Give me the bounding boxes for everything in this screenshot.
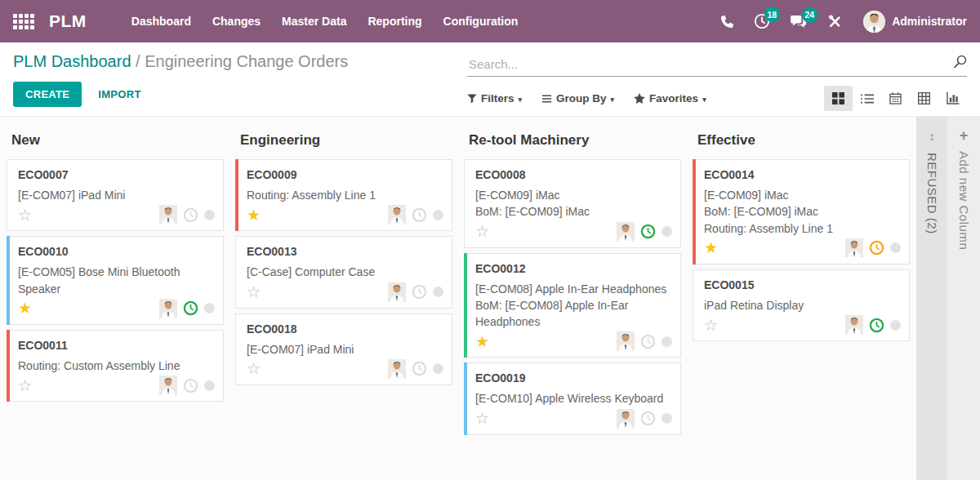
card-footer: ☆ [247, 359, 443, 379]
star-filled-icon[interactable]: ★ [704, 240, 718, 256]
activity-clock-icon[interactable] [183, 207, 198, 223]
column-title[interactable]: Engineering [240, 132, 448, 149]
kanban-state-dot[interactable] [204, 380, 215, 391]
messages-icon[interactable]: 24 [791, 14, 808, 29]
breadcrumb-parent[interactable]: PLM Dashboard [13, 52, 131, 70]
card-description-line: [E-COM07] iPad Mini [18, 187, 215, 203]
apps-menu-icon[interactable] [13, 14, 34, 29]
kanban-card-eco0019[interactable]: ECO0019[E-COM10] Apple Wireless Keyboard… [464, 362, 681, 434]
assignee-avatar[interactable] [388, 359, 406, 379]
menu-master-data[interactable]: Master Data [271, 0, 357, 42]
app-title[interactable]: PLM [49, 11, 87, 31]
assignee-avatar[interactable] [617, 331, 635, 351]
star-empty-icon[interactable]: ☆ [18, 207, 32, 223]
assignee-avatar[interactable] [159, 205, 177, 224]
star-filled-icon[interactable]: ★ [475, 334, 489, 349]
kanban-state-dot[interactable] [433, 210, 443, 220]
star-empty-icon[interactable]: ☆ [247, 361, 261, 376]
search-icon[interactable] [953, 55, 967, 72]
activity-clock-icon[interactable] [869, 318, 884, 333]
collapsed-column-refused[interactable]: ↕ REFUSED (2) [916, 117, 947, 480]
graph-view-button[interactable] [938, 86, 967, 111]
assignee-avatar[interactable] [845, 315, 863, 335]
column-title[interactable]: New [11, 132, 219, 149]
assignee-avatar[interactable] [159, 299, 177, 318]
kanban-card-eco0013[interactable]: ECO0013[C-Case] Computer Case☆ [235, 236, 452, 308]
assignee-avatar[interactable] [388, 205, 406, 224]
star-empty-icon[interactable]: ☆ [475, 224, 489, 239]
search-input[interactable] [467, 54, 967, 76]
card-description-line: iPad Retina Display [704, 297, 901, 313]
assignee-avatar[interactable] [159, 376, 177, 395]
activities-badge: 18 [764, 7, 781, 22]
kanban-state-dot[interactable] [890, 242, 901, 253]
card-footer-icons [159, 376, 215, 395]
card-title: ECO0013 [247, 245, 443, 258]
star-filled-icon[interactable]: ★ [247, 207, 261, 223]
assignee-avatar[interactable] [617, 222, 635, 242]
kanban-state-dot[interactable] [204, 210, 215, 220]
activity-clock-icon[interactable] [183, 378, 198, 393]
import-button[interactable]: IMPORT [98, 88, 140, 100]
filters-button[interactable]: Filters ▾ [467, 92, 522, 104]
star-empty-icon[interactable]: ☆ [704, 318, 718, 333]
favorites-button[interactable]: Favorites ▾ [634, 92, 706, 104]
menu-changes[interactable]: Changes [202, 0, 271, 42]
add-new-column-button[interactable]: + Add new Column [947, 117, 980, 480]
menu-configuration[interactable]: Configuration [433, 0, 529, 42]
kanban-card-eco0015[interactable]: ECO0015iPad Retina Display☆ [693, 269, 910, 341]
kanban-state-dot[interactable] [433, 287, 443, 297]
kanban-card-eco0007[interactable]: ECO0007[E-COM07] iPad Mini☆ [7, 159, 224, 231]
card-footer: ★ [18, 299, 215, 318]
assignee-avatar[interactable] [617, 409, 635, 429]
column-title[interactable]: Effective [697, 132, 905, 149]
unfold-column-icon[interactable]: ↕ [929, 130, 935, 143]
activity-clock-icon[interactable] [869, 240, 884, 256]
page-title: Engineering Change Orders [145, 52, 348, 70]
kanban-state-dot[interactable] [662, 226, 672, 237]
activity-clock-icon[interactable] [412, 284, 427, 300]
activity-clock-icon[interactable] [412, 207, 427, 223]
activity-clock-icon[interactable] [183, 300, 198, 316]
star-filled-icon[interactable]: ★ [18, 300, 32, 316]
card-footer: ★ [704, 238, 901, 258]
card-footer: ☆ [18, 205, 215, 224]
activity-clock-icon[interactable] [640, 224, 656, 239]
assignee-avatar[interactable] [388, 282, 406, 302]
kanban-state-dot[interactable] [890, 320, 901, 331]
card-description-line: Routing: Custom Assembly Line [18, 358, 215, 374]
activity-clock-icon[interactable] [640, 411, 656, 426]
assignee-avatar[interactable] [845, 238, 863, 258]
card-description: [E-COM07] iPad Mini [18, 187, 215, 203]
star-empty-icon[interactable]: ☆ [475, 411, 489, 426]
column-title[interactable]: Re-tool Machinery [469, 132, 676, 149]
kanban-card-eco0008[interactable]: ECO0008[E-COM09] iMacBoM: [E-COM09] iMac… [464, 159, 681, 248]
kanban-state-dot[interactable] [662, 336, 672, 347]
tools-icon[interactable] [828, 14, 843, 29]
messages-badge: 24 [802, 7, 818, 23]
group-by-button[interactable]: Group By ▾ [541, 92, 614, 104]
user-menu[interactable]: Administrator [863, 11, 967, 33]
activity-clock-icon[interactable] [640, 334, 656, 349]
activities-clock-icon[interactable]: 18 [754, 13, 770, 29]
calendar-view-button[interactable] [881, 86, 910, 111]
star-empty-icon[interactable]: ☆ [247, 284, 261, 300]
kanban-card-eco0011[interactable]: ECO0011Routing: Custom Assembly Line☆ [7, 330, 224, 402]
kanban-card-eco0009[interactable]: ECO0009Routing: Assembly Line 1★ [235, 159, 452, 231]
kanban-card-eco0012[interactable]: ECO0012[E-COM08] Apple In-Ear Headphones… [464, 253, 681, 358]
kanban-state-dot[interactable] [204, 303, 215, 313]
menu-dashboard[interactable]: Dashboard [121, 0, 202, 42]
pivot-view-button[interactable] [910, 86, 938, 111]
menu-reporting[interactable]: Reporting [357, 0, 432, 42]
kanban-card-eco0018[interactable]: ECO0018[E-COM07] iPad Mini☆ [235, 313, 452, 385]
activity-clock-icon[interactable] [412, 361, 427, 376]
list-view-button[interactable] [853, 86, 881, 111]
kanban-card-eco0014[interactable]: ECO0014[E-COM09] iMacBoM: [E-COM09] iMac… [693, 159, 910, 264]
create-button[interactable]: CREATE [13, 82, 82, 107]
kanban-view-button[interactable] [824, 86, 853, 111]
kanban-card-eco0010[interactable]: ECO0010[E-COM05] Bose Mini Bluetooth Spe… [7, 236, 224, 325]
kanban-state-dot[interactable] [662, 413, 672, 424]
phone-icon[interactable] [721, 16, 733, 28]
star-empty-icon[interactable]: ☆ [18, 378, 32, 393]
kanban-state-dot[interactable] [433, 363, 443, 374]
